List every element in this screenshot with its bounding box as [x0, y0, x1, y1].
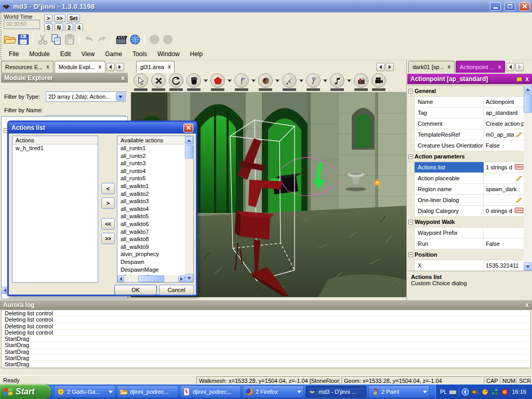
edit-icon[interactable] — [515, 176, 523, 181]
sound-tool-button[interactable] — [328, 73, 346, 91]
title-bar[interactable]: md3 - D'jinni - 1.3.0.1198 — [0, 0, 532, 12]
paint-tool-button[interactable] — [185, 73, 203, 91]
start-button[interactable]: Start — [0, 384, 51, 399]
select-tool-button[interactable] — [132, 73, 150, 91]
list-item[interactable]: all_walkto8 — [117, 235, 185, 243]
tab-actionpoint[interactable]: Actionpoint ... x — [456, 61, 505, 73]
scroll-left-icon[interactable] — [117, 275, 124, 282]
scroll-thumb[interactable] — [138, 275, 164, 282]
placeable-tool-button[interactable] — [304, 73, 322, 91]
property-row[interactable]: RunFalse — [407, 238, 524, 249]
list-item[interactable]: all_runto1 — [117, 144, 185, 152]
close-panel-icon[interactable]: x — [525, 75, 529, 83]
tab-resources-explorer[interactable]: Resources E... x — [1, 61, 54, 73]
property-row[interactable]: CommentCreate action p — [407, 118, 524, 129]
list-item[interactable]: all_walkto4 — [117, 205, 185, 213]
creature-dropdown-arrow[interactable] — [274, 73, 281, 88]
property-row[interactable]: Dialog Category0 strings d2DA — [407, 206, 524, 217]
move-left-button[interactable]: < — [101, 183, 115, 194]
clapper-icon[interactable] — [115, 33, 128, 46]
actions-listbox[interactable]: Actions w_h_tired1 — [12, 136, 98, 283]
collapse-icon[interactable]: − — [408, 89, 413, 94]
collapse-icon[interactable]: − — [408, 154, 413, 159]
rotate-tool-button[interactable] — [167, 73, 185, 91]
gadu-tray-icon[interactable] — [481, 388, 489, 396]
list-item[interactable]: all_walkto2 — [117, 190, 185, 198]
menu-file[interactable]: File — [4, 49, 24, 59]
creature-tool-button[interactable] — [257, 73, 274, 91]
graphics-tray-icon[interactable] — [501, 388, 509, 396]
2da-icon[interactable]: 2DA — [515, 164, 523, 169]
open-icon[interactable] — [4, 33, 16, 46]
dialog-close-button[interactable] — [183, 124, 193, 132]
save-icon[interactable] — [17, 33, 30, 46]
volume-icon[interactable] — [471, 388, 479, 396]
tab-scroll-right[interactable] — [385, 63, 394, 71]
keyboard-icon[interactable] — [449, 388, 457, 396]
toolbar-gripper[interactable] — [0, 31, 2, 48]
placeable-dropdown-arrow[interactable] — [322, 73, 328, 88]
menu-window[interactable]: Window — [152, 49, 185, 59]
dialog-title-bar[interactable]: Actions list — [9, 122, 196, 134]
scroll-up-icon[interactable] — [185, 136, 193, 144]
actionpoint-panel-header[interactable]: Actionpoint [ap_standard] x — [407, 74, 532, 84]
taskbar-button[interactable]: djinni_podrec... — [180, 385, 241, 398]
available-actions-column-header[interactable]: Available actions — [117, 136, 185, 144]
module-explorer-header[interactable]: Module Explorer x — [1, 73, 128, 83]
edit-icon[interactable] — [515, 197, 523, 203]
list-item[interactable]: alvin_prophecy — [117, 250, 185, 258]
list-item[interactable]: all_walkto3 — [117, 197, 185, 205]
hide-icons-icon[interactable] — [461, 388, 469, 396]
item-dropdown-arrow[interactable] — [298, 73, 304, 88]
list-item[interactable]: DespawnMage — [117, 266, 185, 274]
taskbar-button[interactable]: 2 Firefox — [243, 385, 304, 398]
time-s-button[interactable]: S — [44, 23, 53, 32]
emitter-tool-button[interactable] — [352, 73, 370, 91]
cut-icon[interactable] — [36, 33, 49, 46]
world-time-field[interactable]: 00:30:50 — [4, 20, 40, 29]
close-panel-icon[interactable]: x — [121, 74, 125, 82]
available-actions-vscroll[interactable] — [185, 136, 193, 282]
tab-scroll-left[interactable] — [376, 63, 384, 71]
list-item[interactable]: all_walkto1 — [117, 182, 185, 190]
scroll-right-icon[interactable] — [178, 275, 185, 282]
toolbar-gripper[interactable] — [0, 12, 2, 31]
close-tab-icon[interactable]: x — [46, 64, 49, 70]
list-item[interactable]: w_h_tired1 — [12, 144, 98, 152]
available-actions-hscroll[interactable] — [117, 275, 185, 282]
restore-button[interactable] — [504, 2, 515, 11]
property-row[interactable]: X1535.321411 — [407, 260, 524, 271]
property-group-header[interactable]: −Waypoint Walk — [407, 217, 524, 228]
property-row[interactable]: Tagap_standard — [407, 108, 524, 118]
tab-gl31-area[interactable]: gl31.area x — [136, 61, 175, 73]
scroll-up-icon[interactable] — [524, 85, 532, 94]
list-item[interactable]: all_runto5 — [117, 175, 185, 182]
close-tab-icon[interactable]: x — [98, 64, 101, 70]
actions-column-header[interactable]: Actions — [12, 136, 98, 144]
tab-module-explorer[interactable]: Module Expl... x — [55, 61, 105, 73]
tab-scroll-right[interactable] — [116, 63, 124, 71]
copy-icon[interactable] — [50, 33, 62, 46]
available-actions-listbox[interactable]: Available actions all_runto1all_runto2al… — [117, 136, 194, 283]
tab-dark01[interactable]: dark01 [sp... x — [408, 61, 455, 73]
record-icon[interactable] — [148, 33, 161, 46]
property-group-header[interactable]: −Action parameters — [407, 151, 524, 162]
move-right-button[interactable]: > — [101, 197, 115, 209]
sound-dropdown-arrow[interactable] — [346, 73, 352, 88]
property-group-header[interactable]: −General — [407, 86, 524, 97]
property-row[interactable]: TemplateResRefm0_ap_sta — [407, 129, 524, 140]
waypoint-tool-button[interactable] — [233, 73, 250, 91]
waypoint-dropdown-arrow[interactable] — [250, 73, 257, 88]
menu-help[interactable]: Help — [185, 49, 208, 59]
spawnpoint-dropdown-arrow[interactable] — [227, 73, 233, 88]
item-tool-button[interactable] — [281, 73, 298, 91]
language-indicator[interactable]: PL — [440, 389, 447, 395]
list-item[interactable]: all_runto2 — [117, 152, 185, 160]
menu-module[interactable]: Module — [24, 49, 55, 59]
property-row[interactable]: Waypoint Prefix — [407, 228, 524, 238]
list-item[interactable]: all_runto3 — [117, 159, 185, 167]
list-item[interactable]: all_walkto5 — [117, 212, 185, 220]
property-row[interactable]: One-liner Dialog — [407, 195, 524, 206]
dropdown-arrow[interactable] — [297, 391, 301, 393]
menu-tools[interactable]: Tools — [127, 49, 152, 59]
